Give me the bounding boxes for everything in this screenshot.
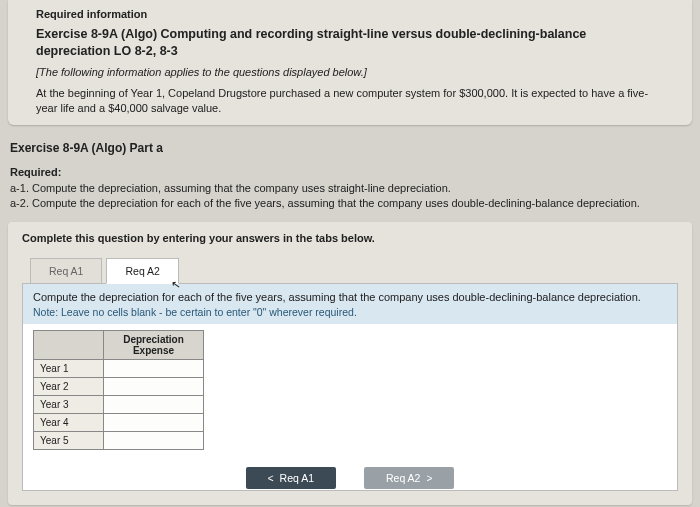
required-block: Required: a-1. Compute the depreciation,… [10,165,700,211]
row-label: Year 2 [34,378,104,396]
required-heading: Required: [10,165,700,180]
dep-input-year3[interactable] [104,396,204,414]
table-row: Year 4 [34,414,204,432]
table-wrap: Depreciation Expense Year 1 Year 2 Year … [23,324,677,490]
table-row: Year 1 [34,360,204,378]
table-corner [34,331,104,360]
dep-input-year5[interactable] [104,432,204,450]
prev-label: Req A1 [280,472,314,484]
table-row: Year 5 [34,432,204,450]
required-info-label: Required information [36,8,664,20]
tab-req-a2[interactable]: Req A2 ↖ [106,258,178,284]
row-label: Year 4 [34,414,104,432]
answer-card: Complete this question by entering your … [8,222,692,506]
tab-req-a2-label: Req A2 [125,265,159,277]
table-row: Year 3 [34,396,204,414]
chevron-left-icon: < [268,473,274,484]
next-label: Req A2 [386,472,420,484]
info-card: Required information Exercise 8-9A (Algo… [8,0,692,125]
instruction-text: Complete this question by entering your … [22,232,678,244]
prev-button[interactable]: < Req A1 [246,467,336,489]
scenario-text: At the beginning of Year 1, Copeland Dru… [36,86,664,116]
required-a1: a-1. Compute the depreciation, assuming … [10,181,700,196]
col-header-depexp: Depreciation Expense [104,331,204,360]
depreciation-table: Depreciation Expense Year 1 Year 2 Year … [33,330,204,450]
next-button[interactable]: Req A2 > [364,467,454,489]
panel-prompt: Compute the depreciation for each of the… [23,284,677,307]
dep-input-year4[interactable] [104,414,204,432]
dep-input-year1[interactable] [104,360,204,378]
tab-req-a1[interactable]: Req A1 [30,258,102,284]
part-title: Exercise 8-9A (Algo) Part a [10,141,700,155]
row-label: Year 3 [34,396,104,414]
required-a2: a-2. Compute the depreciation for each o… [10,196,700,211]
chevron-right-icon: > [426,473,432,484]
nav-row: < Req A1 Req A2 > [0,467,700,489]
row-label: Year 5 [34,432,104,450]
tab-panel: Compute the depreciation for each of the… [22,283,678,492]
exercise-title: Exercise 8-9A (Algo) Computing and recor… [36,26,664,60]
tab-strip: Req A1 Req A2 ↖ [30,258,678,284]
table-row: Year 2 [34,378,204,396]
row-label: Year 1 [34,360,104,378]
dep-input-year2[interactable] [104,378,204,396]
applies-note: [The following information applies to th… [36,66,664,78]
panel-note: Note: Leave no cells blank - be certain … [23,306,677,324]
